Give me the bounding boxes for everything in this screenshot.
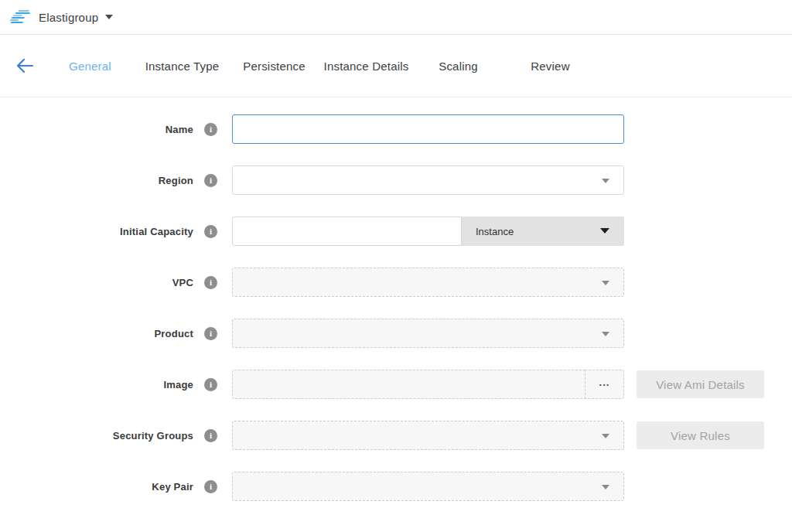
general-settings-form: Name i Region i Initial Capacity i Insta… bbox=[0, 97, 792, 501]
info-icon[interactable]: i bbox=[204, 480, 217, 493]
capacity-unit-value: Instance bbox=[476, 226, 514, 237]
info-icon[interactable]: i bbox=[204, 225, 217, 238]
security-groups-label: Security Groups bbox=[113, 430, 193, 442]
form-row-key-pair: Key Pair i bbox=[0, 472, 792, 501]
form-row-security-groups: Security Groups i View Rules bbox=[0, 421, 792, 450]
form-row-image: Image i ... View Ami Details bbox=[0, 370, 792, 399]
name-input[interactable] bbox=[232, 114, 624, 144]
top-bar: Elastigroup bbox=[0, 0, 792, 35]
back-arrow-icon bbox=[16, 59, 33, 73]
tab-persistence[interactable]: Persistence bbox=[228, 60, 320, 73]
product-label: Product bbox=[154, 328, 193, 339]
product-select bbox=[232, 319, 624, 348]
info-icon[interactable]: i bbox=[204, 378, 217, 391]
info-icon[interactable]: i bbox=[204, 123, 217, 136]
key-pair-label: Key Pair bbox=[152, 481, 193, 493]
region-select[interactable] bbox=[232, 165, 624, 195]
tab-review[interactable]: Review bbox=[504, 60, 596, 73]
key-pair-select bbox=[232, 472, 624, 501]
chevron-down-icon bbox=[602, 485, 609, 489]
tab-general[interactable]: General bbox=[44, 60, 136, 73]
tab-instance-type[interactable]: Instance Type bbox=[136, 60, 228, 73]
vpc-label: VPC bbox=[172, 277, 193, 288]
info-icon[interactable]: i bbox=[204, 429, 217, 442]
elastigroup-logo-icon bbox=[9, 10, 33, 25]
tab-instance-details[interactable]: Instance Details bbox=[320, 60, 412, 73]
back-arrow-button[interactable] bbox=[15, 56, 35, 76]
vpc-select bbox=[232, 268, 624, 297]
security-groups-select bbox=[232, 421, 624, 450]
view-ami-details-button[interactable]: View Ami Details bbox=[637, 370, 764, 398]
tab-scaling[interactable]: Scaling bbox=[412, 60, 504, 73]
capacity-unit-select[interactable]: Instance bbox=[462, 217, 624, 246]
info-icon[interactable]: i bbox=[204, 174, 217, 187]
region-label: Region bbox=[159, 175, 193, 186]
wizard-tab-bar: General Instance Type Persistence Instan… bbox=[0, 35, 792, 97]
image-label: Image bbox=[163, 379, 193, 390]
chevron-down-icon bbox=[602, 281, 609, 285]
chevron-down-icon[interactable] bbox=[105, 15, 113, 19]
chevron-down-icon bbox=[602, 179, 609, 183]
view-rules-button[interactable]: View Rules bbox=[637, 421, 764, 449]
wizard-tabs: General Instance Type Persistence Instan… bbox=[44, 60, 596, 73]
chevron-down-icon bbox=[600, 228, 609, 234]
image-browse-button: ... bbox=[585, 370, 624, 399]
form-row-product: Product i bbox=[0, 319, 792, 348]
image-input bbox=[232, 370, 585, 399]
initial-capacity-label: Initial Capacity bbox=[120, 226, 193, 237]
initial-capacity-input[interactable] bbox=[232, 217, 462, 246]
form-row-name: Name i bbox=[0, 114, 792, 144]
app-switcher-label[interactable]: Elastigroup bbox=[39, 11, 98, 24]
chevron-down-icon bbox=[602, 434, 609, 438]
form-row-initial-capacity: Initial Capacity i Instance bbox=[0, 217, 792, 246]
form-row-region: Region i bbox=[0, 165, 792, 195]
name-label: Name bbox=[166, 124, 193, 135]
chevron-down-icon bbox=[602, 332, 609, 336]
form-row-vpc: VPC i bbox=[0, 268, 792, 297]
info-icon[interactable]: i bbox=[204, 276, 217, 289]
info-icon[interactable]: i bbox=[204, 327, 217, 340]
